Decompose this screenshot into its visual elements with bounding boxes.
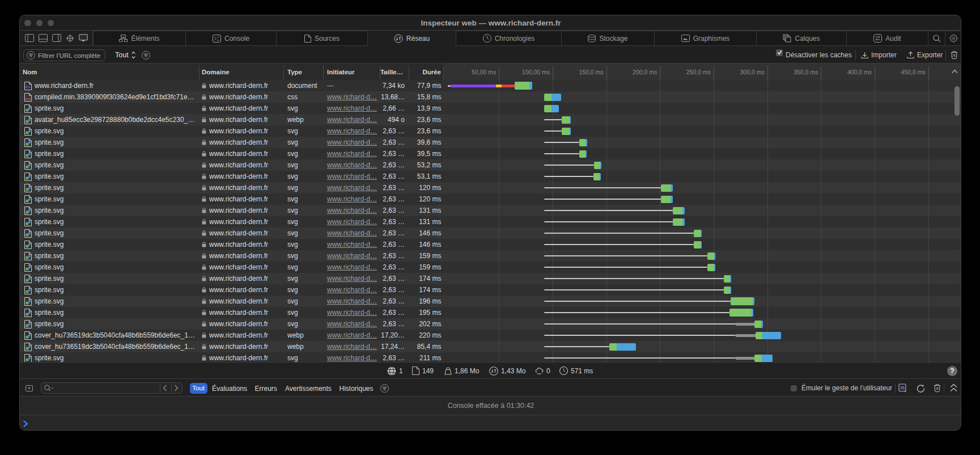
svg-text:JS: JS: [900, 386, 905, 390]
svg-text:<>: <>: [26, 84, 31, 89]
svg-text:css: css: [25, 96, 30, 100]
